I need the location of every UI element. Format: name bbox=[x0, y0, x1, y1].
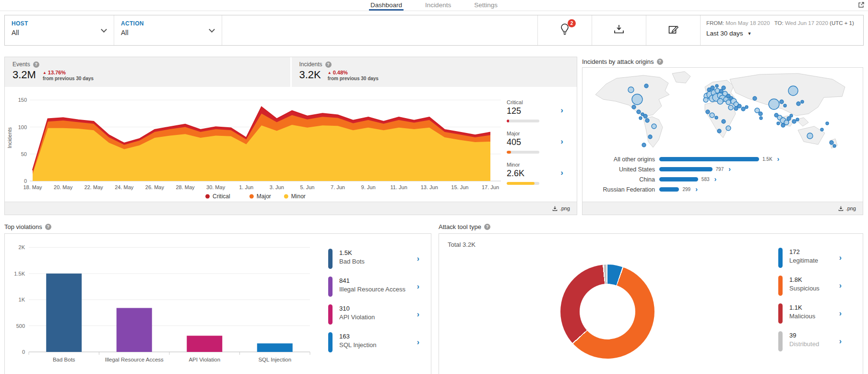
attack-origin-bubble bbox=[741, 107, 745, 111]
origins-panel: All other origins1.5K›United States797›C… bbox=[582, 67, 863, 215]
svg-text:30. May: 30. May bbox=[206, 184, 226, 190]
legend-item-bad-bots[interactable]: 1.5KBad Bots› bbox=[328, 248, 428, 269]
chevron-right-icon[interactable]: › bbox=[417, 282, 419, 291]
chevron-right-icon[interactable]: › bbox=[560, 168, 563, 178]
severity-stat-minor[interactable]: Minor2.6K› bbox=[505, 162, 577, 185]
severity-stats: Critical125›Major405›Minor2.6K› bbox=[504, 87, 577, 202]
legend-pill bbox=[778, 331, 783, 351]
attack-origin-bubble bbox=[787, 117, 791, 121]
bar-api-violation[interactable] bbox=[187, 336, 222, 352]
svg-text:28. May: 28. May bbox=[176, 184, 195, 190]
chevron-right-icon[interactable]: › bbox=[839, 281, 842, 290]
help-icon[interactable]: ? bbox=[325, 61, 332, 68]
origin-row-all-other-origins[interactable]: All other origins1.5K› bbox=[586, 154, 863, 164]
svg-text:26. May: 26. May bbox=[145, 184, 165, 190]
help-icon[interactable]: ? bbox=[657, 59, 663, 65]
chevron-right-icon[interactable]: › bbox=[839, 253, 842, 262]
chevron-right-icon[interactable]: › bbox=[728, 167, 731, 171]
violations-panel: 05001K1.5K2KBad BotsIllegal Resource Acc… bbox=[4, 233, 431, 374]
attack-origin-bubble bbox=[737, 104, 741, 108]
svg-text:1.5K: 1.5K bbox=[14, 271, 25, 277]
attack-title: Attack tool type bbox=[439, 223, 481, 230]
origin-row-china[interactable]: China583› bbox=[586, 174, 863, 184]
edit-dashboard-button[interactable] bbox=[646, 15, 700, 45]
chevron-right-icon[interactable]: › bbox=[777, 157, 780, 161]
time-preset-dropdown[interactable]: Last 30 days ▼ bbox=[706, 30, 857, 37]
chevron-right-icon[interactable]: › bbox=[417, 254, 419, 263]
bar-illegal-resource-access[interactable] bbox=[117, 308, 152, 352]
help-icon[interactable]: ? bbox=[45, 224, 51, 230]
attack-origin-bubble bbox=[755, 108, 760, 113]
legend-item-illegal-resource-access[interactable]: 841Illegal Resource Access› bbox=[328, 276, 428, 297]
svg-text:5. Jun: 5. Jun bbox=[300, 184, 314, 190]
legend-pill bbox=[328, 249, 333, 269]
legend-label[interactable]: Major bbox=[257, 193, 271, 200]
tab-dashboard[interactable]: Dashboard bbox=[369, 1, 404, 11]
chevron-right-icon[interactable]: › bbox=[417, 338, 419, 347]
legend-label[interactable]: Minor bbox=[291, 193, 306, 200]
violations-legend: 1.5KBad Bots›841Illegal Resource Access›… bbox=[316, 234, 431, 374]
origin-bar bbox=[659, 167, 713, 171]
svg-text:17. Jun: 17. Jun bbox=[482, 184, 499, 190]
chevron-right-icon[interactable]: › bbox=[560, 137, 563, 146]
attack-origin-bubble bbox=[639, 117, 642, 120]
chevron-right-icon[interactable]: › bbox=[417, 310, 419, 319]
download-icon bbox=[613, 24, 625, 36]
legend-item-sql-injection[interactable]: 163SQL Injection› bbox=[328, 332, 428, 353]
export-png-button[interactable]: .png bbox=[552, 205, 570, 211]
attack-origin-bubble bbox=[753, 97, 757, 100]
events-kpi: Events ? 3.2M ▲13.76% from previous 30 d… bbox=[5, 57, 290, 87]
chevron-right-icon[interactable]: › bbox=[839, 309, 842, 318]
edit-icon bbox=[668, 24, 679, 37]
origin-row-russian-federation[interactable]: Russian Federation299› bbox=[586, 184, 863, 194]
violations-title: Top violations bbox=[4, 223, 42, 230]
origin-row-united-states[interactable]: United States797› bbox=[586, 164, 863, 174]
attack-origin-bubble bbox=[792, 120, 796, 123]
svg-text:2K: 2K bbox=[19, 244, 25, 250]
severity-stat-critical[interactable]: Critical125› bbox=[505, 99, 577, 122]
legend-pill bbox=[778, 276, 783, 296]
svg-text:13. Jun: 13. Jun bbox=[421, 184, 438, 190]
legend-item-suspicious[interactable]: 1.8KSuspicious› bbox=[778, 275, 850, 296]
time-preset-value: Last 30 days bbox=[706, 30, 743, 37]
legend-item-api-violation[interactable]: 310API Violation› bbox=[328, 304, 428, 325]
date-range-cell: FROM: Mon May 18 2020 TO: Wed Jun 17 202… bbox=[700, 15, 863, 45]
insights-button[interactable]: 2 bbox=[537, 15, 592, 45]
filter-bar-spacer bbox=[222, 15, 537, 45]
legend-pill bbox=[778, 303, 783, 324]
chevron-right-icon[interactable]: › bbox=[560, 106, 563, 115]
export-button[interactable] bbox=[592, 15, 646, 45]
attack-donut-chart[interactable] bbox=[560, 265, 654, 359]
severity-stat-major[interactable]: Major405› bbox=[505, 131, 577, 154]
bar-sql-injection[interactable] bbox=[257, 343, 293, 352]
svg-text:Incidents: Incidents bbox=[7, 127, 12, 148]
attack-origin-bubble bbox=[711, 86, 714, 90]
export-png-button[interactable]: .png bbox=[838, 205, 856, 211]
host-filter-dropdown[interactable]: HOST All bbox=[5, 15, 114, 45]
help-icon[interactable]: ? bbox=[33, 61, 39, 68]
chevron-right-icon[interactable]: › bbox=[839, 337, 842, 346]
origin-bar bbox=[659, 177, 698, 181]
svg-text:7. Jun: 7. Jun bbox=[331, 184, 345, 190]
tab-incidents[interactable]: Incidents bbox=[424, 1, 452, 11]
attack-origin-bubble bbox=[644, 84, 648, 88]
severity-progress bbox=[507, 120, 539, 122]
attack-title-row: Attack tool type ? bbox=[439, 222, 863, 231]
help-icon[interactable]: ? bbox=[484, 224, 490, 230]
world-map[interactable] bbox=[587, 70, 858, 152]
chevron-right-icon[interactable]: › bbox=[714, 177, 717, 181]
legend-label[interactable]: Critical bbox=[213, 193, 230, 200]
attack-origin-bubble bbox=[628, 87, 634, 93]
external-link-icon[interactable] bbox=[858, 1, 865, 10]
legend-item-distributed[interactable]: 39Distributed› bbox=[778, 331, 850, 352]
legend-item-malicious[interactable]: 1.1KMalicious› bbox=[778, 303, 850, 324]
action-filter-dropdown[interactable]: ACTION All bbox=[114, 15, 222, 45]
attack-origin-bubble bbox=[826, 122, 829, 125]
legend-item-legitimate[interactable]: 172Legitimate› bbox=[778, 247, 850, 268]
tab-settings[interactable]: Settings bbox=[473, 1, 499, 11]
chevron-right-icon[interactable]: › bbox=[695, 187, 698, 192]
bar-bad-bots[interactable] bbox=[46, 274, 82, 352]
attack-origin-bubble bbox=[833, 145, 836, 147]
origins-panel-title-row: Incidents by attack origins ? bbox=[582, 57, 863, 66]
legend-pill bbox=[778, 248, 783, 268]
